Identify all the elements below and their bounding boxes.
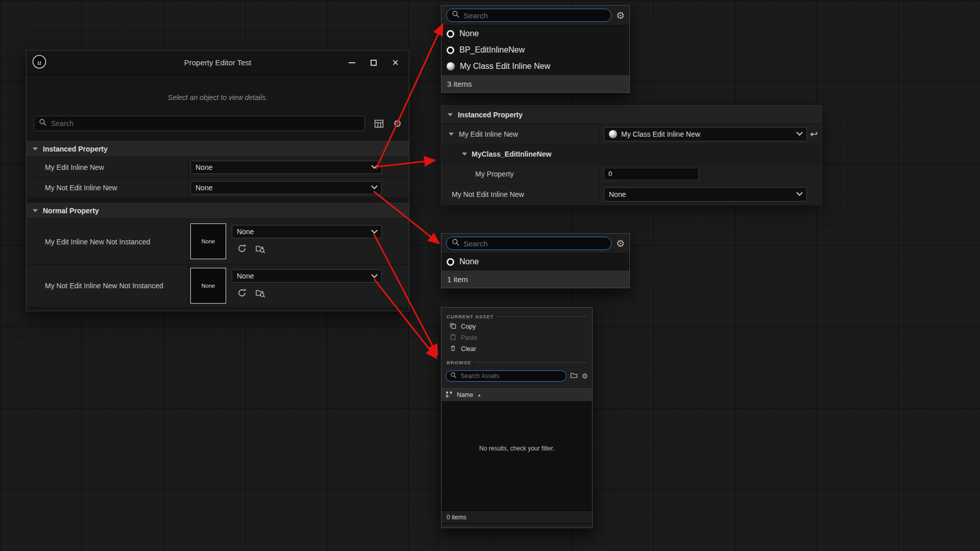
search-input-box[interactable] — [34, 116, 365, 131]
combobox-value: None — [195, 163, 372, 171]
clear-menu-item[interactable]: Clear — [442, 343, 592, 355]
search-icon — [450, 371, 457, 381]
combobox-value: None — [195, 184, 372, 192]
sort-ascending-icon: ▲ — [477, 393, 481, 397]
class-option-none[interactable]: None — [442, 254, 629, 270]
asset-results-list: No results, check your filter. — [442, 402, 592, 511]
chevron-down-icon — [371, 271, 378, 278]
thumbnail-label: None — [202, 238, 215, 244]
category-instanced-property[interactable]: Instanced Property — [27, 141, 409, 157]
class-option-label: None — [459, 29, 479, 38]
name-column-header[interactable]: Name ▲ — [442, 388, 592, 402]
category-normal-property[interactable]: Normal Property — [27, 203, 409, 219]
settings-gear-icon[interactable]: ⚙ — [581, 372, 588, 380]
browse-to-asset-icon[interactable] — [255, 288, 265, 300]
item-count-footer: 0 items — [442, 511, 592, 524]
expander-triangle-icon — [33, 209, 38, 212]
class-option-label: None — [459, 257, 479, 266]
class-sphere-icon — [447, 62, 455, 70]
details-search-row: ⚙ — [34, 116, 402, 131]
class-option-my-class-edit-inline-new[interactable]: My Class Edit Inline New — [442, 58, 629, 74]
class-option-label: BP_EditInlineNew — [459, 45, 525, 55]
search-input-box[interactable] — [446, 237, 611, 250]
search-input[interactable] — [463, 239, 606, 248]
item-count: 0 items — [447, 514, 467, 521]
item-count: 3 items — [447, 80, 472, 88]
use-selected-icon[interactable] — [237, 288, 247, 300]
property-label: My Edit Inline New — [45, 163, 104, 171]
menu-item-label: Paste — [461, 334, 477, 341]
category-label: Instanced Property — [43, 145, 108, 153]
expander-triangle-icon — [462, 153, 467, 156]
combobox-value: My Class Edit Inline New — [621, 130, 793, 138]
subobject-label: MyClass_EditInlineNew — [472, 150, 551, 158]
chevron-down-icon — [371, 162, 378, 169]
column-view-icon[interactable] — [374, 119, 384, 129]
property-editor-window: u Property Editor Test × Select an objec… — [26, 50, 409, 311]
dropdown-search-row: ⚙ — [442, 234, 629, 253]
property-label: My Edit Inline New Not Instanced — [45, 238, 150, 246]
empty-results-message: No results, check your filter. — [479, 445, 554, 452]
expander-triangle-icon — [448, 113, 453, 116]
settings-gear-icon[interactable]: ⚙ — [616, 239, 625, 248]
chevron-down-icon — [796, 189, 803, 196]
use-selected-icon[interactable] — [237, 243, 247, 256]
property-label: My Not Edit Inline New — [45, 184, 117, 192]
class-combobox[interactable]: My Class Edit Inline New — [604, 127, 807, 141]
current-asset-section: CURRENT ASSET — [442, 312, 592, 321]
asset-picker-dropdown: CURRENT ASSET Copy Paste Clear BROWSE — [441, 307, 593, 528]
search-input-box[interactable] — [446, 9, 611, 22]
reset-to-default-icon[interactable]: ↩ — [810, 130, 818, 139]
search-input[interactable] — [463, 11, 606, 20]
minimize-icon[interactable] — [349, 62, 355, 63]
browse-to-asset-icon[interactable] — [255, 243, 265, 256]
category-instanced-property[interactable]: Instanced Property — [442, 106, 821, 124]
expander-triangle-icon — [449, 133, 454, 136]
class-option-none[interactable]: None — [442, 26, 629, 42]
class-combobox[interactable]: None — [604, 187, 807, 202]
menu-item-label: Clear — [461, 345, 476, 353]
property-label: My Not Edit Inline New — [452, 190, 524, 198]
class-circle-icon — [447, 258, 454, 266]
section-divider — [497, 316, 587, 317]
item-count-footer: 1 item — [442, 270, 629, 288]
class-combobox[interactable]: None — [190, 181, 382, 194]
class-option-bp-editinlinenew[interactable]: BP_EditInlineNew — [442, 42, 629, 58]
thumbnail-label: None — [202, 283, 215, 289]
asset-thumbnail[interactable]: None — [190, 223, 226, 259]
section-label: CURRENT ASSET — [447, 314, 494, 319]
my-property-value-field[interactable] — [604, 168, 699, 180]
maximize-icon[interactable] — [371, 60, 377, 66]
subobject-header[interactable]: MyClass_EditInlineNew — [442, 144, 821, 164]
paste-icon — [450, 334, 456, 342]
no-selection-hint: Select an object to view details. — [27, 93, 409, 104]
chevron-down-icon — [371, 227, 378, 234]
property-label: My Not Edit Inline New Not Instanced — [45, 282, 163, 290]
asset-search-input[interactable] — [460, 372, 562, 380]
panel-row-my-property: My Property — [442, 164, 821, 184]
titlebar[interactable]: u Property Editor Test × — [27, 51, 409, 75]
combobox-value: None — [237, 228, 372, 236]
paste-menu-item: Paste — [442, 332, 592, 343]
search-icon — [452, 238, 460, 248]
close-icon[interactable]: × — [392, 57, 399, 68]
settings-gear-icon[interactable]: ⚙ — [393, 119, 402, 129]
copy-icon — [450, 322, 456, 331]
combobox-value: None — [237, 272, 372, 280]
expander-triangle-icon — [33, 147, 38, 151]
search-input-box[interactable] — [446, 370, 567, 382]
section-label: BROWSE — [447, 360, 471, 365]
settings-gear-icon[interactable]: ⚙ — [616, 11, 625, 20]
class-combobox[interactable]: None — [190, 161, 382, 174]
chevron-down-icon — [371, 183, 378, 189]
copy-menu-item[interactable]: Copy — [442, 321, 592, 332]
search-icon — [39, 118, 47, 129]
property-label: My Property — [475, 170, 513, 178]
asset-combobox[interactable]: None — [232, 269, 382, 283]
column-label: Name — [457, 391, 473, 398]
search-input[interactable] — [51, 119, 360, 128]
folder-icon[interactable] — [570, 371, 578, 381]
property-row-not-edit-inline-not-instanced: My Not Edit Inline New Not Instanced Non… — [27, 265, 409, 307]
asset-combobox[interactable]: None — [232, 225, 382, 238]
asset-thumbnail[interactable]: None — [190, 268, 226, 304]
